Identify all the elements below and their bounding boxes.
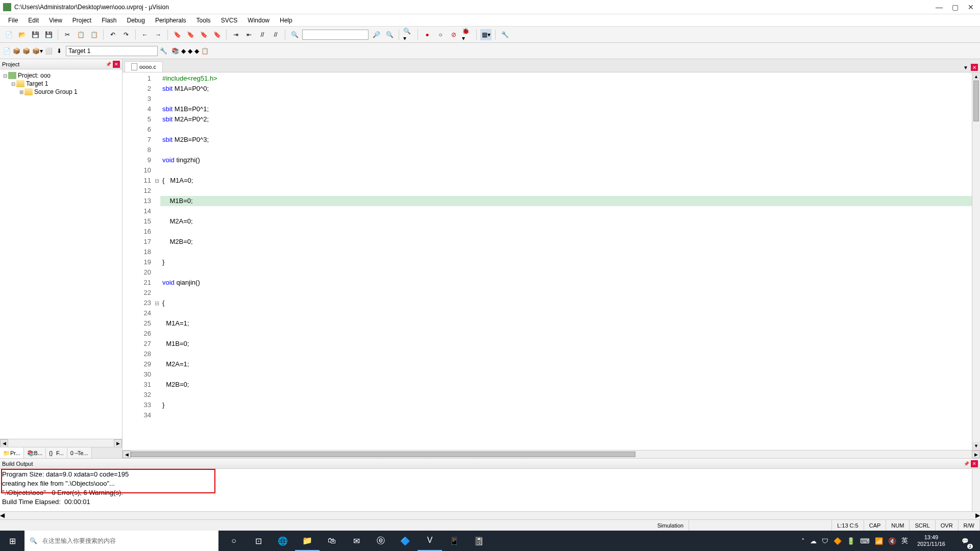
tray-app-icon[interactable]: 🔶 [834,537,842,545]
translate-button[interactable]: 📄 [3,47,11,55]
pack-installer-button[interactable]: ◆ [188,47,192,55]
code-editor[interactable]: 1234567891011121314151617181920212223242… [122,72,980,450]
menu-window[interactable]: Window [242,16,275,25]
window-layout-button[interactable]: ▦▾ [480,29,492,40]
menu-edit[interactable]: Edit [23,16,44,25]
tray-chevron-icon[interactable]: ˄ [801,537,805,545]
tray-keyboard-icon[interactable]: ⌨ [860,537,870,545]
stop-build-button[interactable]: ⬜ [45,47,53,55]
breakpoint-enable-button[interactable]: ○ [435,29,446,40]
start-button[interactable]: ⊞ [0,531,24,551]
undo-button[interactable]: ↶ [107,29,118,40]
cut-button[interactable]: ✂ [62,29,73,40]
manage-rte-button[interactable]: ◆ [194,47,199,55]
paste-button[interactable]: 📋 [88,29,100,40]
scroll-left-button[interactable]: ◀ [122,450,131,458]
tab-dropdown-button[interactable]: ▼ [962,64,969,71]
tab-close-button[interactable]: ✕ [971,64,978,71]
app-icon-1[interactable]: 🔷 [393,531,418,551]
scroll-right-button[interactable]: ▶ [972,450,980,458]
find-button[interactable]: 🔍 [289,29,300,40]
scroll-left-button[interactable]: ◀ [0,512,5,519]
scroll-thumb[interactable] [131,452,635,457]
notifications-button[interactable]: 💬2 [954,531,976,551]
close-button[interactable]: ✕ [968,3,974,11]
tray-wifi-icon[interactable]: 📶 [875,537,883,545]
project-hscrollbar[interactable]: ◀ ▶ [0,439,122,447]
project-tree[interactable]: ⊟ Project: ooo ⊟ Target 1 ⊞ Source Group… [0,69,122,439]
pin-icon[interactable]: 📌 [963,460,970,467]
edge-icon[interactable]: 🌐 [271,531,295,551]
open-file-button[interactable]: 📂 [16,29,28,40]
tree-target[interactable]: ⊟ Target 1 [2,80,120,88]
tab-functions[interactable]: {}F... [46,447,67,458]
close-panel-button[interactable]: ✕ [971,460,978,467]
save-all-button[interactable]: 💾 [43,29,54,40]
options-button2[interactable]: 📋 [201,47,209,55]
build-output-vscrollbar[interactable] [972,469,980,511]
cortana-icon[interactable]: ○ [222,531,246,551]
tray-volume-icon[interactable]: 🔇 [888,537,896,545]
explorer-icon[interactable]: 📁 [295,531,320,551]
tray-security-icon[interactable]: 🛡 [822,537,828,545]
tree-root[interactable]: ⊟ Project: ooo [2,71,120,80]
menu-debug[interactable]: Debug [122,16,150,25]
nav-forward-button[interactable]: → [153,29,164,40]
build-output-content[interactable]: Program Size: data=9.0 xdata=0 code=195c… [0,469,972,511]
debug-button[interactable]: 🔍▾ [403,29,414,40]
maximize-button[interactable]: ▢ [952,3,959,11]
bookmark-next-button[interactable]: 🔖 [198,29,209,40]
menu-view[interactable]: View [44,16,67,25]
menu-project[interactable]: Project [67,16,96,25]
breakpoint-insert-button[interactable]: ● [422,29,433,40]
store-icon[interactable]: 🛍 [320,531,344,551]
taskbar-clock[interactable]: 13:49 2021/11/16 [913,534,949,547]
target-select[interactable]: Target 1 [66,46,158,56]
build-output-hscrollbar[interactable]: ◀ ▶ [0,511,980,519]
new-file-button[interactable]: 📄 [3,29,14,40]
expand-icon[interactable]: ⊟ [2,73,8,79]
download-button[interactable]: ⬇ [57,47,62,55]
expand-icon[interactable]: ⊞ [18,89,24,95]
rebuild-button[interactable]: 📦 [22,47,30,55]
taskbar-search[interactable]: 🔍 在这里输入你要搜索的内容 [24,531,218,551]
scroll-down-button[interactable]: ▼ [972,442,980,450]
scroll-up-button[interactable]: ▲ [972,72,980,81]
manage-components-button[interactable]: 📚 [172,47,179,55]
scroll-thumb[interactable] [973,81,979,121]
scroll-left-button[interactable]: ◀ [0,439,8,447]
menu-svcs[interactable]: SVCS [216,16,243,25]
task-view-icon[interactable]: ⊡ [246,531,271,551]
uncomment-button[interactable]: // [270,29,281,40]
copy-button[interactable]: 📋 [75,29,86,40]
mail-icon[interactable]: ✉ [344,531,369,551]
bookmark-clear-button[interactable]: 🔖 [211,29,223,40]
save-button[interactable]: 💾 [30,29,41,40]
pin-icon[interactable]: 📌 [105,61,112,68]
bookmark-button[interactable]: 🔖 [172,29,183,40]
outdent-button[interactable]: ⇤ [243,29,255,40]
redo-button[interactable]: ↷ [120,29,132,40]
tray-ime-label[interactable]: 英 [901,536,908,545]
breakpoint-kill-button[interactable]: 🐞▾ [461,29,473,40]
menu-help[interactable]: Help [275,16,298,25]
tab-templates[interactable]: 0→Te... [67,447,92,458]
menu-file[interactable]: File [3,16,23,25]
app-icon-3[interactable]: 📓 [467,531,491,551]
fold-column[interactable]: ⊟⊟ [153,72,160,450]
menu-tools[interactable]: Tools [191,16,216,25]
editor-vscrollbar[interactable]: ▲ ▼ [972,72,980,450]
editor-tab-active[interactable]: oooo.c [125,61,163,72]
comment-button[interactable]: // [257,29,268,40]
find-combo[interactable] [302,30,369,40]
menu-flash[interactable]: Flash [96,16,121,25]
expand-icon[interactable]: ⊟ [10,81,16,87]
app-icon-2[interactable]: 📱 [442,531,467,551]
configure-button[interactable]: 🔧 [499,29,510,40]
breakpoint-disable-button[interactable]: ⊘ [448,29,459,40]
build-button[interactable]: 📦 [13,47,20,55]
scroll-right-button[interactable]: ▶ [975,512,980,519]
find-in-files-button[interactable]: 🔎 [371,29,382,40]
tab-project[interactable]: 📁Pr... [0,447,24,458]
minimize-button[interactable]: — [936,3,943,11]
